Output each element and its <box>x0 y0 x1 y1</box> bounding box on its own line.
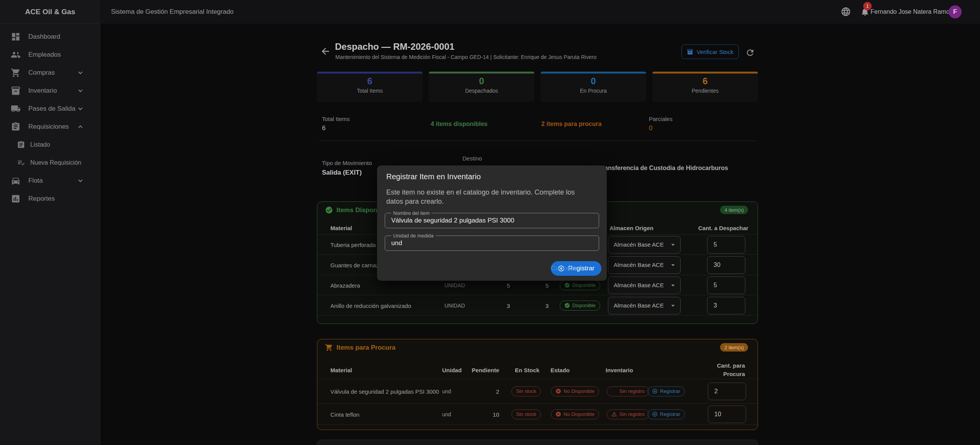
status-badge-label: Disponible <box>572 282 596 288</box>
sidebar-item-compras[interactable]: Compras <box>0 64 100 82</box>
inventory-icon <box>687 49 693 55</box>
sidebar-item-flota[interactable]: Flota <box>0 172 100 190</box>
check-circle-icon <box>564 282 570 288</box>
registry-badge-label: Sin registro <box>619 388 645 394</box>
globe-icon[interactable] <box>841 7 851 17</box>
column-header-inventario: Inventario <box>606 367 633 373</box>
people-icon <box>11 50 21 60</box>
bar-chart-icon <box>11 194 21 204</box>
stock-badge: Sin stock <box>511 386 541 396</box>
truck-icon <box>11 104 21 114</box>
app-title: Sistema de Gestión Empresarial Integrado <box>111 8 234 16</box>
cart-icon <box>325 344 333 352</box>
sidebar-item-inventario[interactable]: Inventario <box>0 82 100 100</box>
column-header-cant-procura: Cant. para <box>699 362 745 369</box>
warehouse-select[interactable]: Almacén Base ACE <box>608 256 681 274</box>
sidebar-item-dashboard[interactable]: Dashboard <box>0 28 100 46</box>
available-count-badge: 4 item(s) <box>720 206 748 214</box>
dispatch-qty-input[interactable] <box>707 236 745 254</box>
availability-badge: No Disponible <box>551 386 599 396</box>
stat-accent-bar <box>429 72 534 74</box>
refresh-icon[interactable] <box>745 48 755 57</box>
column-header-material: Material <box>330 225 352 231</box>
warehouse-select[interactable]: Almacén Base ACE <box>608 297 681 314</box>
register-item-button[interactable]: Registrar <box>647 409 685 419</box>
unit-cell: UNIDAD <box>444 282 465 288</box>
registry-badge: Sin registro <box>607 409 649 419</box>
dispatch-qty-input[interactable] <box>707 256 745 274</box>
plus-circle-icon <box>652 388 658 394</box>
material-cell: Cinta teflon <box>330 411 359 417</box>
car-icon <box>11 176 21 186</box>
sidebar-item-nueva-requisicion[interactable]: Nueva Requisición <box>0 154 100 172</box>
stock-badge-label: Sin stock <box>516 411 536 417</box>
register-item-label: Registrar <box>660 388 680 394</box>
sidebar-item-label: Listado <box>30 141 50 148</box>
warehouse-select-value: Almacén Base ACE <box>614 262 664 268</box>
dialog-body-text: Este item no existe en el catalogo de in… <box>386 188 593 206</box>
sidebar-item-requisiciones[interactable]: Requisiciones <box>0 118 100 136</box>
sidebar-item-reportes[interactable]: Reportes <box>0 190 100 208</box>
dispatch-qty-input[interactable] <box>707 276 745 294</box>
procure-qty-input[interactable] <box>708 383 746 400</box>
stat-accent-bar <box>541 72 646 74</box>
x-circle-icon <box>555 388 561 394</box>
sidebar-item-label: Nueva Requisición <box>30 159 81 166</box>
dropdown-arrow-icon <box>669 240 677 249</box>
cancel-button[interactable]: Cancelar <box>551 265 577 272</box>
status-badge: Disponible <box>560 280 600 290</box>
check-circle-icon <box>325 206 333 214</box>
warning-icon <box>611 388 617 394</box>
unit-input[interactable] <box>385 236 599 250</box>
warehouse-select-value: Almacén Base ACE <box>614 282 664 288</box>
dropdown-arrow-icon <box>669 301 677 310</box>
divider <box>318 141 757 141</box>
sidebar-item-label: Compras <box>28 69 55 77</box>
sidebar-item-listado[interactable]: Listado <box>0 136 100 154</box>
stat-value: 6 <box>652 76 758 87</box>
clipboard-icon <box>17 141 25 149</box>
material-cell: Tuberia perforada 4 <box>330 241 381 248</box>
warehouse-select[interactable]: Almacén Base ACE <box>608 276 681 294</box>
destination-label: Destino <box>462 155 482 162</box>
requested-qty-cell: 3 <box>495 302 522 309</box>
stat-card-total-items: 6 Total Items <box>317 72 423 102</box>
chevron-up-icon <box>76 123 85 131</box>
stat-card-en-procura: 0 En Procura <box>541 72 646 102</box>
movement-type-value: Salida (EXIT) <box>322 169 362 177</box>
table-row: Anillo de reducción galvanizado UNIDAD 3… <box>317 295 758 316</box>
procure-qty-input[interactable] <box>708 406 746 423</box>
pending-qty-cell: 10 <box>461 411 499 417</box>
dispatch-qty-input[interactable] <box>707 297 745 314</box>
stock-badge: Sin stock <box>511 409 541 419</box>
sidebar-item-label: Flota <box>28 177 43 185</box>
divider <box>317 424 758 425</box>
column-header-almacen: Almacen Origen <box>609 225 653 231</box>
movement-type-label: Tipo de Movimiento <box>322 160 372 166</box>
register-item-button[interactable]: Registrar <box>647 386 685 396</box>
column-header-stock: En Stock <box>515 367 539 373</box>
inventory-icon <box>11 86 21 96</box>
summary-available-text: 4 items disponibles <box>431 121 487 128</box>
warehouse-select[interactable]: Almacén Base ACE <box>608 236 681 254</box>
item-name-input[interactable] <box>385 213 599 228</box>
material-cell: Guantes de carnaza <box>330 262 382 268</box>
stat-label: Despachados <box>429 88 534 94</box>
check-circle-icon <box>564 303 570 308</box>
dropdown-arrow-icon <box>669 281 677 290</box>
dialog-title: Registrar Item en Inventario <box>386 172 481 181</box>
available-qty-cell: 5 <box>534 282 560 288</box>
back-arrow-icon[interactable] <box>320 46 331 57</box>
summary-procure-text: 2 items para procura <box>541 121 601 128</box>
sidebar-item-empleados[interactable]: Empleados <box>0 46 100 64</box>
dashboard-icon <box>11 32 21 42</box>
verify-stock-button[interactable]: Verificar Stock <box>681 44 739 59</box>
avatar[interactable]: F <box>949 5 962 18</box>
register-item-label: Registrar <box>660 411 680 417</box>
requested-qty-cell: 5 <box>495 282 522 288</box>
stat-accent-bar <box>652 72 758 74</box>
table-row: Válvula de seguridad 2 pulgadas PSI 3000… <box>317 379 758 404</box>
material-cell: Anillo de reducción galvanizado <box>330 302 411 309</box>
user-name[interactable]: Fernando Jose Natera Ramos <box>871 8 952 15</box>
sidebar-item-pases-de-salida[interactable]: Pases de Salida <box>0 100 100 118</box>
